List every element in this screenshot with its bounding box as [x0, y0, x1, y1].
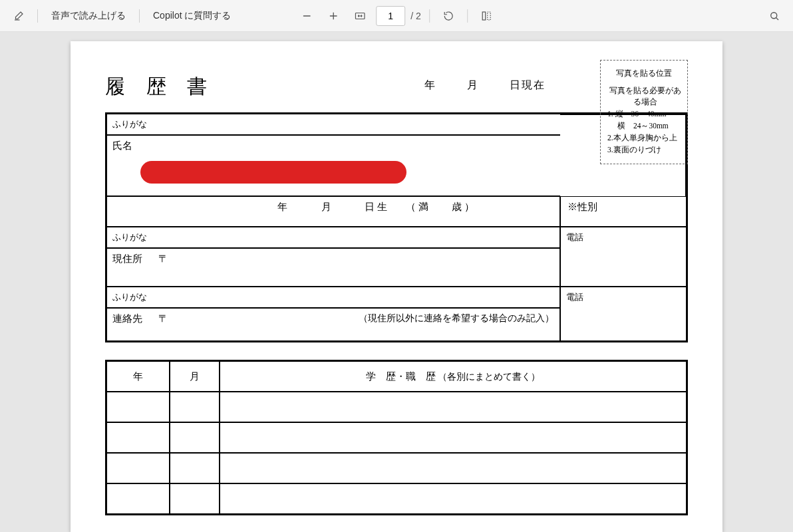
furigana-label: ふりがな — [112, 292, 147, 302]
svg-rect-4 — [482, 12, 486, 20]
contact-note: （現住所以外に連絡を希望する場合のみ記入） — [359, 313, 554, 325]
photo-box-line: 横 24～30mm — [605, 120, 683, 132]
page-view-icon[interactable] — [476, 5, 497, 27]
as-of-date: 年 月 日現在 — [398, 78, 546, 92]
draw-erase-icon[interactable] — [8, 5, 29, 27]
toolbar-separator — [139, 9, 140, 23]
zoom-out-icon[interactable] — [296, 5, 317, 27]
rotate-icon[interactable] — [438, 5, 459, 27]
contact-label: 連絡先 — [112, 313, 142, 324]
history-header-main: 学 歴・職 歴 （各別にまとめて書く） — [220, 361, 687, 392]
page-number-input[interactable] — [376, 6, 405, 26]
page-total-label: / 2 — [410, 11, 421, 21]
document-title: 履 歴 書 — [105, 73, 215, 100]
pdf-viewer[interactable]: 履 歴 書 年 月 日現在 写真を貼る位置 写真を貼る必要がある場合 1. 縦 … — [0, 32, 793, 532]
furigana-label: ふりがな — [112, 232, 147, 242]
furigana-label: ふりがな — [112, 119, 147, 129]
gender-cell: ※性別 — [560, 196, 687, 227]
read-aloud-button[interactable]: 音声で読み上げる — [46, 5, 131, 27]
toolbar-separator — [37, 9, 38, 23]
name-label: 氏名 — [112, 140, 132, 151]
toolbar-separator — [467, 9, 468, 23]
table-row — [106, 392, 687, 422]
zoom-in-icon[interactable] — [323, 5, 344, 27]
search-icon[interactable] — [764, 5, 785, 27]
photo-box-line: 1. 縦 36～40mm — [605, 108, 683, 120]
toolbar-right-group — [764, 5, 785, 27]
pdf-toolbar: 音声で読み上げる Copilot に質問する / 2 — [0, 0, 793, 32]
history-table: 年 月 学 歴・職 歴 （各別にまとめて書く） — [105, 360, 688, 515]
svg-rect-5 — [487, 12, 490, 20]
dob-line: 年 月 日生 （満 歳） — [190, 201, 477, 212]
history-header-year: 年 — [106, 361, 170, 392]
document-header: 履 歴 書 年 月 日現在 写真を貼る位置 写真を貼る必要がある場合 1. 縦 … — [105, 73, 688, 100]
fit-width-icon[interactable] — [349, 5, 371, 27]
address-label: 現住所 — [112, 253, 142, 264]
table-row — [106, 483, 687, 514]
toolbar-center-group: / 2 — [296, 5, 497, 27]
postal-mark: 〒 — [145, 313, 168, 324]
telephone-cell: 電話 — [560, 287, 687, 341]
table-row — [106, 453, 687, 483]
table-row — [106, 422, 687, 453]
redaction-mark — [140, 161, 406, 184]
toolbar-separator — [429, 9, 430, 23]
pdf-page: 履 歴 書 年 月 日現在 写真を貼る位置 写真を貼る必要がある場合 1. 縦 … — [71, 41, 722, 532]
svg-line-7 — [776, 17, 778, 19]
photo-box-condition: 写真を貼る必要がある場合 — [605, 85, 683, 109]
svg-point-6 — [771, 12, 777, 18]
ask-copilot-button[interactable]: Copilot に質問する — [148, 5, 236, 27]
personal-info-table: ふりがな 氏名 年 月 — [105, 112, 688, 342]
postal-mark: 〒 — [145, 253, 168, 264]
history-header-month: 月 — [170, 361, 220, 392]
telephone-cell: 電話 — [560, 227, 687, 287]
photo-box-title: 写真を貼る位置 — [605, 67, 683, 80]
